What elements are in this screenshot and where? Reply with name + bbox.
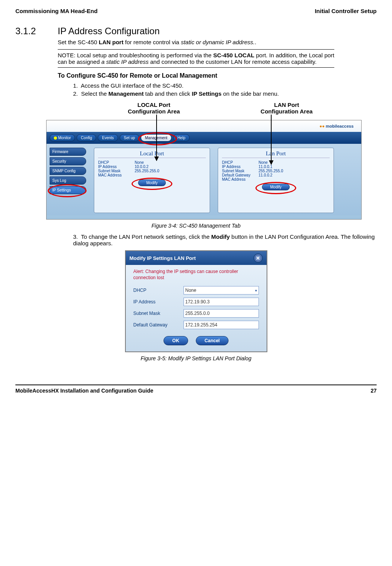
subnet-mask-input[interactable] — [183, 309, 259, 318]
step-1: 1. Access the GUI interface of the SC-45… — [73, 82, 377, 89]
sidebar-item-snmp[interactable]: SNMP Config — [50, 167, 86, 175]
value: 255.255.255.0 — [259, 169, 283, 173]
tab-events[interactable]: Events — [98, 134, 118, 142]
text: . — [255, 39, 256, 45]
top-nav: Monitor Config Events Set up Management … — [47, 132, 361, 144]
tab-monitor[interactable]: Monitor — [50, 134, 75, 142]
tab-label: Config — [81, 136, 92, 140]
label: DHCP — [222, 160, 259, 165]
step-2: 2. Select the Management tab and then cl… — [73, 90, 377, 97]
value: 10.0.0.2 — [135, 165, 148, 169]
step-text: Access the GUI interface of the SC-450. — [81, 82, 183, 89]
management-tab-screenshot: ●● mobileaccess Monitor Config Events Se… — [46, 120, 362, 220]
default-gateway-input[interactable] — [183, 321, 259, 329]
modify-button-local[interactable]: Modify — [138, 180, 166, 186]
select-value: None — [185, 288, 197, 293]
label-gateway: Default Gateway — [133, 322, 183, 328]
tab-setup[interactable]: Set up — [120, 134, 139, 142]
modify-button-lan[interactable]: Modify — [262, 184, 290, 190]
tab-label: Events — [102, 136, 114, 140]
value: 255.255.255.0 — [135, 169, 159, 173]
sidebar-item-syslog[interactable]: Sys Log — [50, 176, 86, 185]
step-num: 3. — [73, 233, 78, 240]
tab-label: Monitor — [58, 136, 71, 140]
tab-label: Set up — [124, 136, 135, 140]
sidebar-item-ip-settings[interactable]: IP Settings — [50, 186, 86, 194]
text: tab and then click — [143, 90, 192, 97]
chevron-down-icon: ▾ — [255, 288, 257, 293]
figure-caption-1: Figure 3-4: SC-450 Management Tab — [15, 223, 377, 229]
label: Subnet Mask — [98, 169, 135, 173]
label: DHCP — [98, 160, 135, 165]
tab-label: Help — [177, 136, 185, 140]
sidebar-item-label: IP Settings — [52, 188, 71, 192]
side-menu: Firmware Security SNMP Config Sys Log IP… — [50, 148, 86, 213]
header-left: Commissioning MA Head-End — [15, 8, 98, 14]
dhcp-select[interactable]: None ▾ — [183, 286, 259, 295]
ip-address-input[interactable] — [183, 298, 259, 306]
text: on the side bar menu. — [222, 90, 279, 97]
value: None — [259, 160, 268, 165]
text-bold: Management — [108, 90, 144, 97]
panel-title: Local Port — [98, 150, 206, 157]
sidebar-item-security[interactable]: Security — [50, 157, 86, 165]
label: MAC Address — [98, 173, 135, 177]
dialog-title: Modify IP Settings LAN Port — [130, 255, 196, 261]
text: and connected to the customer LAN for re… — [148, 58, 317, 65]
section-title: IP Address Configuration — [58, 26, 160, 37]
text-bold: Modify — [211, 233, 230, 240]
text: Set the SC-450 — [58, 39, 99, 45]
label: Subnet Mask — [222, 169, 259, 173]
ok-button[interactable]: OK — [163, 336, 188, 345]
figure-caption-2: Figure 3-5: Modify IP Settings LAN Port … — [15, 355, 377, 361]
intro-paragraph: Set the SC-450 LAN port for remote contr… — [58, 39, 377, 45]
text-bold: IP Settings — [192, 90, 222, 97]
logo-text: mobileaccess — [326, 124, 354, 128]
text-bold: LAN port — [99, 39, 123, 45]
tab-help[interactable]: Help — [173, 134, 190, 142]
modify-ip-dialog: Modify IP Settings LAN Port ✕ Alert: Cha… — [125, 250, 267, 352]
label: IP Address — [222, 165, 259, 169]
label: MAC Address — [222, 177, 259, 181]
alert-text: Alert: Changing the IP settings can caus… — [133, 269, 259, 281]
value: 11.0.0.2 — [259, 173, 272, 177]
footer-page: 27 — [370, 388, 377, 394]
step-num: 1. — [73, 82, 78, 89]
text: for remote control via — [123, 39, 181, 45]
label-dhcp: DHCP — [133, 288, 183, 293]
callout-lan-port: LAN Port Configuration Area — [239, 102, 335, 115]
step-num: 2. — [73, 90, 78, 97]
arrow-icon — [271, 115, 272, 165]
arrow-icon — [156, 115, 157, 161]
procedure-heading: To Configure SC-450 for Remote or Local … — [58, 72, 377, 79]
text: NOTE: Local setup and troubleshooting is… — [58, 52, 213, 58]
text: Select the — [81, 90, 108, 97]
close-button[interactable]: ✕ — [254, 253, 263, 263]
note-box: NOTE: Local setup and troubleshooting is… — [58, 49, 334, 68]
tab-config[interactable]: Config — [77, 134, 96, 142]
button-label: Modify — [270, 185, 281, 189]
label: IP Address — [98, 165, 135, 169]
panel-title: Lan Port — [222, 150, 330, 157]
dialog-titlebar: Modify IP Settings LAN Port ✕ — [126, 251, 267, 265]
footer-left: MobileAccessHX Installation and Configur… — [15, 388, 153, 394]
text-italic: a static IP address — [101, 58, 148, 65]
callout-local-port: LOCAL Port Configuration Area — [100, 102, 208, 115]
cancel-button[interactable]: Cancel — [196, 336, 229, 345]
value: None — [135, 160, 144, 165]
button-label: Modify — [146, 181, 157, 185]
header-right: Initial Controller Setup — [315, 8, 377, 14]
text-italic: static or dynamic IP address. — [181, 39, 255, 45]
label-subnet: Subnet Mask — [133, 311, 183, 316]
sidebar-item-firmware[interactable]: Firmware — [50, 148, 86, 156]
local-port-panel: Local Port DHCPNone IP Address10.0.0.2 S… — [94, 148, 210, 213]
lan-port-panel: Lan Port DHCPNone IP Address11.0.0.1 Sub… — [218, 148, 334, 213]
section-number: 3.1.2 — [15, 26, 58, 37]
step-3: 3. To change the LAN Port network settin… — [73, 233, 377, 246]
value: 11.0.0.1 — [259, 165, 272, 169]
text: To change the LAN Port network settings,… — [81, 233, 212, 240]
label: Default Gateway — [222, 173, 259, 177]
text-bold: SC-450 LOCAL — [213, 52, 254, 58]
logo: ●● mobileaccess — [319, 124, 354, 128]
status-icon — [54, 137, 57, 140]
